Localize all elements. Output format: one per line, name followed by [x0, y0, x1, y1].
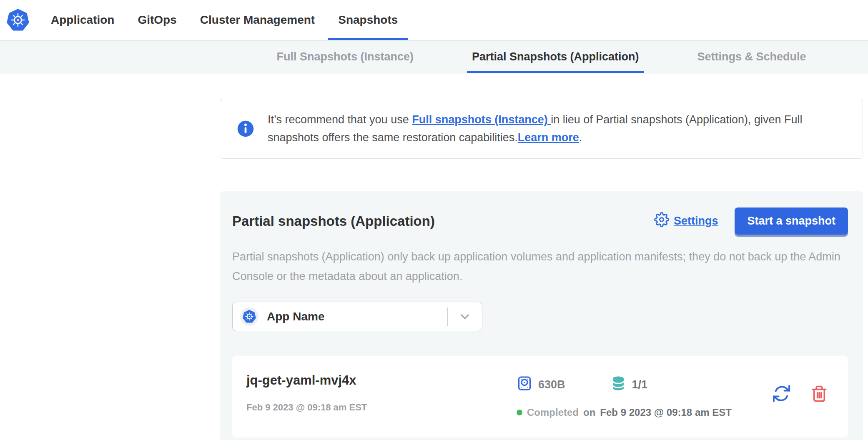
snapshot-row: jq-get-yaml-mvj4x Feb 9 2023 @ 09:18 am … — [232, 356, 848, 438]
panel-title: Partial snapshots (Application) — [232, 213, 654, 229]
full-snapshots-link[interactable]: Full snapshots (Instance) — [412, 113, 551, 126]
info-icon — [237, 120, 254, 138]
info-banner-text: It’s recommend that you use Full snapsho… — [268, 111, 846, 147]
snapshot-settings-link[interactable]: Settings — [654, 212, 718, 230]
snapshot-created-date: Feb 9 2023 @ 09:18 am EST — [246, 402, 517, 413]
snapshot-size-stat: 630B — [517, 375, 565, 394]
nav-item-gitops[interactable]: GitOps — [128, 0, 186, 40]
disk-icon — [517, 375, 532, 394]
banner-text-before: It’s recommend that you use — [268, 113, 412, 126]
app-select-value: App Name — [267, 310, 447, 323]
info-banner: It’s recommend that you use Full snapsho… — [220, 99, 863, 159]
snapshot-identity: jq-get-yaml-mvj4x Feb 9 2023 @ 09:18 am … — [246, 373, 517, 413]
panel-description: Partial snapshots (Application) only bac… — [232, 247, 848, 286]
tab-settings-schedule[interactable]: Settings & Schedule — [692, 40, 811, 73]
status-dot-icon — [517, 410, 522, 415]
trash-icon — [810, 398, 828, 404]
database-icon — [610, 375, 626, 394]
tab-full-snapshots-instance[interactable]: Full Snapshots (Instance) — [271, 40, 419, 73]
restore-icon — [772, 398, 791, 405]
snapshot-volumes: 1/1 — [632, 378, 648, 391]
status-label: Completed — [527, 407, 579, 418]
partial-snapshots-panel: Partial snapshots (Application) Settings… — [220, 191, 863, 440]
tab-partial-snapshots-application[interactable]: Partial Snapshots (Application) — [467, 40, 644, 73]
nav-item-snapshots[interactable]: Snapshots — [328, 0, 408, 40]
snapshot-stats: 630B 1/1 — [517, 375, 732, 394]
snapshot-name: jq-get-yaml-mvj4x — [246, 373, 517, 388]
snapshot-volumes-stat: 1/1 — [610, 375, 648, 394]
learn-more-link[interactable]: Learn more — [518, 131, 579, 144]
status-finished-date: Feb 9 2023 @ 09:18 am EST — [600, 407, 732, 418]
snapshots-tab-bar: Full Snapshots (Instance) Partial Snapsh… — [0, 40, 868, 73]
delete-snapshot-button[interactable] — [810, 385, 828, 402]
restore-snapshot-button[interactable] — [772, 384, 791, 403]
snapshot-status: Completed on Feb 9 2023 @ 09:18 am EST — [517, 407, 732, 418]
kubernetes-logo — [7, 0, 29, 40]
start-snapshot-button[interactable]: Start a snapshot — [735, 208, 848, 235]
settings-link-label: Settings — [674, 215, 718, 228]
top-navigation: Application GitOps Cluster Management Sn… — [0, 0, 868, 40]
status-preposition: on — [583, 407, 595, 418]
snapshot-details: 630B 1/1 — [517, 373, 732, 418]
nav-item-cluster-management[interactable]: Cluster Management — [190, 0, 325, 40]
chevron-down-icon — [448, 310, 482, 323]
panel-header: Partial snapshots (Application) Settings… — [232, 208, 848, 235]
snapshot-size: 630B — [538, 378, 565, 391]
page-content: It’s recommend that you use Full snapsho… — [220, 99, 863, 440]
gear-icon — [654, 212, 669, 230]
nav-item-application[interactable]: Application — [41, 0, 124, 40]
snapshot-actions — [772, 373, 830, 403]
banner-text-after: . — [579, 131, 582, 144]
app-name-select[interactable]: App Name — [232, 302, 482, 331]
app-kubernetes-icon — [240, 308, 258, 326]
